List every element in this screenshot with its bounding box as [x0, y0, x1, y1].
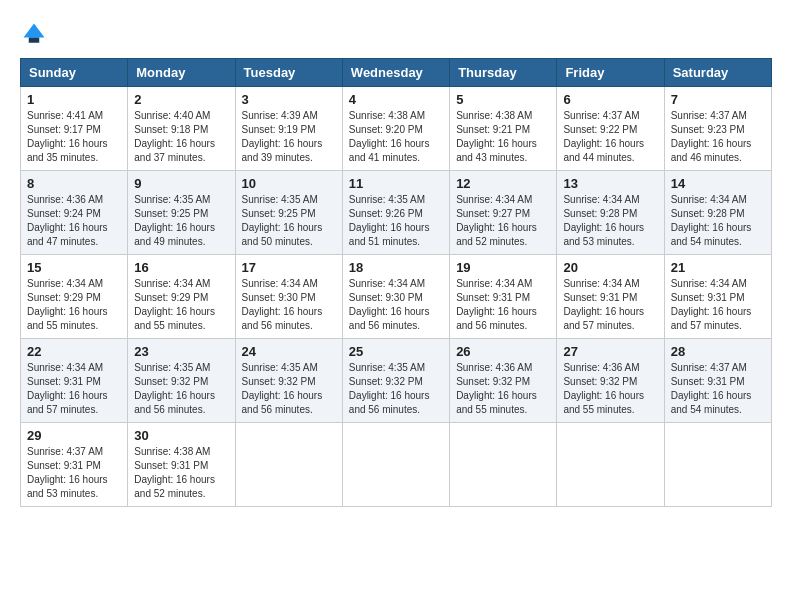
day-info: Sunrise: 4:35 AMSunset: 9:25 PMDaylight:… [134, 193, 228, 249]
page-header [20, 20, 772, 48]
day-info: Sunrise: 4:35 AMSunset: 9:25 PMDaylight:… [242, 193, 336, 249]
calendar-cell [235, 423, 342, 507]
day-info: Sunrise: 4:38 AMSunset: 9:21 PMDaylight:… [456, 109, 550, 165]
day-info: Sunrise: 4:37 AMSunset: 9:23 PMDaylight:… [671, 109, 765, 165]
calendar-cell: 17Sunrise: 4:34 AMSunset: 9:30 PMDayligh… [235, 255, 342, 339]
calendar-cell: 7Sunrise: 4:37 AMSunset: 9:23 PMDaylight… [664, 87, 771, 171]
day-info: Sunrise: 4:36 AMSunset: 9:32 PMDaylight:… [563, 361, 657, 417]
day-info: Sunrise: 4:34 AMSunset: 9:30 PMDaylight:… [242, 277, 336, 333]
calendar-cell: 4Sunrise: 4:38 AMSunset: 9:20 PMDaylight… [342, 87, 449, 171]
svg-rect-1 [29, 38, 40, 43]
calendar-cell: 1Sunrise: 4:41 AMSunset: 9:17 PMDaylight… [21, 87, 128, 171]
day-info: Sunrise: 4:34 AMSunset: 9:31 PMDaylight:… [27, 361, 121, 417]
svg-marker-0 [24, 24, 45, 38]
day-number: 3 [242, 92, 336, 107]
calendar-cell: 8Sunrise: 4:36 AMSunset: 9:24 PMDaylight… [21, 171, 128, 255]
day-number: 4 [349, 92, 443, 107]
day-number: 19 [456, 260, 550, 275]
day-number: 9 [134, 176, 228, 191]
calendar-cell: 26Sunrise: 4:36 AMSunset: 9:32 PMDayligh… [450, 339, 557, 423]
calendar-cell: 5Sunrise: 4:38 AMSunset: 9:21 PMDaylight… [450, 87, 557, 171]
day-number: 27 [563, 344, 657, 359]
day-info: Sunrise: 4:37 AMSunset: 9:31 PMDaylight:… [27, 445, 121, 501]
day-info: Sunrise: 4:40 AMSunset: 9:18 PMDaylight:… [134, 109, 228, 165]
day-number: 25 [349, 344, 443, 359]
calendar-cell [342, 423, 449, 507]
day-number: 29 [27, 428, 121, 443]
day-number: 23 [134, 344, 228, 359]
day-number: 1 [27, 92, 121, 107]
calendar-cell [557, 423, 664, 507]
day-number: 5 [456, 92, 550, 107]
day-number: 10 [242, 176, 336, 191]
calendar-cell: 27Sunrise: 4:36 AMSunset: 9:32 PMDayligh… [557, 339, 664, 423]
calendar-cell: 29Sunrise: 4:37 AMSunset: 9:31 PMDayligh… [21, 423, 128, 507]
day-number: 8 [27, 176, 121, 191]
logo-icon [20, 20, 48, 48]
calendar-cell: 20Sunrise: 4:34 AMSunset: 9:31 PMDayligh… [557, 255, 664, 339]
weekday-header-wednesday: Wednesday [342, 59, 449, 87]
calendar-cell: 25Sunrise: 4:35 AMSunset: 9:32 PMDayligh… [342, 339, 449, 423]
calendar-cell: 30Sunrise: 4:38 AMSunset: 9:31 PMDayligh… [128, 423, 235, 507]
weekday-header-monday: Monday [128, 59, 235, 87]
day-info: Sunrise: 4:35 AMSunset: 9:32 PMDaylight:… [242, 361, 336, 417]
day-number: 30 [134, 428, 228, 443]
day-number: 24 [242, 344, 336, 359]
day-number: 7 [671, 92, 765, 107]
day-info: Sunrise: 4:34 AMSunset: 9:28 PMDaylight:… [671, 193, 765, 249]
day-info: Sunrise: 4:37 AMSunset: 9:31 PMDaylight:… [671, 361, 765, 417]
day-info: Sunrise: 4:39 AMSunset: 9:19 PMDaylight:… [242, 109, 336, 165]
day-number: 22 [27, 344, 121, 359]
day-info: Sunrise: 4:37 AMSunset: 9:22 PMDaylight:… [563, 109, 657, 165]
day-number: 15 [27, 260, 121, 275]
calendar-header-row: SundayMondayTuesdayWednesdayThursdayFrid… [21, 59, 772, 87]
calendar-cell: 11Sunrise: 4:35 AMSunset: 9:26 PMDayligh… [342, 171, 449, 255]
calendar-cell: 10Sunrise: 4:35 AMSunset: 9:25 PMDayligh… [235, 171, 342, 255]
weekday-header-tuesday: Tuesday [235, 59, 342, 87]
calendar-cell [450, 423, 557, 507]
day-info: Sunrise: 4:34 AMSunset: 9:31 PMDaylight:… [456, 277, 550, 333]
day-info: Sunrise: 4:38 AMSunset: 9:31 PMDaylight:… [134, 445, 228, 501]
weekday-header-sunday: Sunday [21, 59, 128, 87]
day-number: 11 [349, 176, 443, 191]
day-info: Sunrise: 4:36 AMSunset: 9:24 PMDaylight:… [27, 193, 121, 249]
calendar-week-4: 22Sunrise: 4:34 AMSunset: 9:31 PMDayligh… [21, 339, 772, 423]
calendar-cell: 14Sunrise: 4:34 AMSunset: 9:28 PMDayligh… [664, 171, 771, 255]
day-info: Sunrise: 4:34 AMSunset: 9:28 PMDaylight:… [563, 193, 657, 249]
calendar-cell: 23Sunrise: 4:35 AMSunset: 9:32 PMDayligh… [128, 339, 235, 423]
day-number: 16 [134, 260, 228, 275]
calendar-week-5: 29Sunrise: 4:37 AMSunset: 9:31 PMDayligh… [21, 423, 772, 507]
day-info: Sunrise: 4:35 AMSunset: 9:32 PMDaylight:… [134, 361, 228, 417]
day-number: 26 [456, 344, 550, 359]
calendar-cell: 13Sunrise: 4:34 AMSunset: 9:28 PMDayligh… [557, 171, 664, 255]
weekday-header-saturday: Saturday [664, 59, 771, 87]
calendar-cell: 6Sunrise: 4:37 AMSunset: 9:22 PMDaylight… [557, 87, 664, 171]
day-info: Sunrise: 4:34 AMSunset: 9:31 PMDaylight:… [563, 277, 657, 333]
calendar-cell [664, 423, 771, 507]
day-number: 2 [134, 92, 228, 107]
day-info: Sunrise: 4:34 AMSunset: 9:30 PMDaylight:… [349, 277, 443, 333]
calendar-cell: 28Sunrise: 4:37 AMSunset: 9:31 PMDayligh… [664, 339, 771, 423]
calendar-body: 1Sunrise: 4:41 AMSunset: 9:17 PMDaylight… [21, 87, 772, 507]
calendar-cell: 19Sunrise: 4:34 AMSunset: 9:31 PMDayligh… [450, 255, 557, 339]
day-number: 20 [563, 260, 657, 275]
calendar-cell: 15Sunrise: 4:34 AMSunset: 9:29 PMDayligh… [21, 255, 128, 339]
day-info: Sunrise: 4:34 AMSunset: 9:27 PMDaylight:… [456, 193, 550, 249]
day-number: 13 [563, 176, 657, 191]
calendar-cell: 12Sunrise: 4:34 AMSunset: 9:27 PMDayligh… [450, 171, 557, 255]
calendar-cell: 9Sunrise: 4:35 AMSunset: 9:25 PMDaylight… [128, 171, 235, 255]
weekday-header-thursday: Thursday [450, 59, 557, 87]
day-info: Sunrise: 4:34 AMSunset: 9:29 PMDaylight:… [134, 277, 228, 333]
day-info: Sunrise: 4:34 AMSunset: 9:29 PMDaylight:… [27, 277, 121, 333]
day-info: Sunrise: 4:38 AMSunset: 9:20 PMDaylight:… [349, 109, 443, 165]
day-number: 28 [671, 344, 765, 359]
day-number: 21 [671, 260, 765, 275]
day-number: 14 [671, 176, 765, 191]
day-info: Sunrise: 4:34 AMSunset: 9:31 PMDaylight:… [671, 277, 765, 333]
day-number: 18 [349, 260, 443, 275]
calendar-week-1: 1Sunrise: 4:41 AMSunset: 9:17 PMDaylight… [21, 87, 772, 171]
day-number: 6 [563, 92, 657, 107]
calendar-cell: 18Sunrise: 4:34 AMSunset: 9:30 PMDayligh… [342, 255, 449, 339]
calendar-cell: 2Sunrise: 4:40 AMSunset: 9:18 PMDaylight… [128, 87, 235, 171]
calendar-week-3: 15Sunrise: 4:34 AMSunset: 9:29 PMDayligh… [21, 255, 772, 339]
